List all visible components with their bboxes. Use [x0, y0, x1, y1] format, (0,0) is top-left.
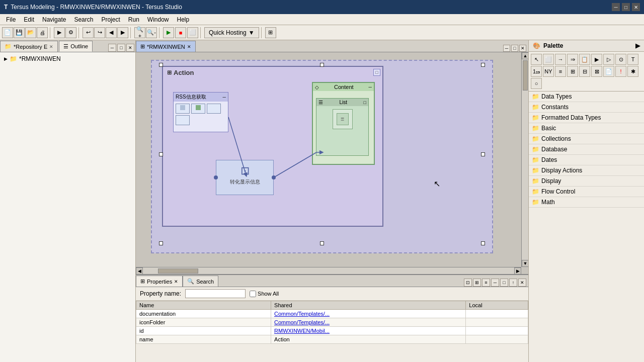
toolbar-zoomin-btn[interactable]: 🔍+ [134, 27, 145, 38]
editor-maximize-btn[interactable]: □ [511, 45, 518, 52]
canvas-scroll-container[interactable]: ⊞ Action □ RSS信息获取 ─ [136, 52, 528, 274]
bottom-panel-minimize[interactable]: ─ [491, 279, 499, 287]
tab-repository[interactable]: 📁 *Repository E ✕ [0, 41, 58, 52]
toolbar-undo-btn[interactable]: ↩ [83, 27, 94, 38]
maximize-button[interactable]: □ [622, 3, 630, 11]
tree-item-rmwxinwen[interactable]: ▶ 📁 *RMWXINWEN [2, 54, 133, 63]
palette-select-tool[interactable]: ↖ [531, 54, 542, 65]
editor-close-btn[interactable]: ✕ [519, 45, 526, 52]
bottom-tab-search[interactable]: 🔍 Search [183, 276, 218, 287]
palette-category-display[interactable]: 📁Display [529, 176, 644, 187]
bottom-tab-properties-close[interactable]: ✕ [174, 279, 178, 284]
list-block[interactable]: ☰ List □ ☰ [316, 98, 369, 156]
toolbar-print-btn[interactable]: 🖨 [37, 27, 48, 38]
menu-edit[interactable]: Edit [20, 15, 38, 24]
handle-tr[interactable] [481, 63, 485, 67]
action-block[interactable]: ⊞ Action □ RSS信息获取 ─ [162, 66, 383, 227]
palette-category-display-actions[interactable]: 📁Display Actions [529, 165, 644, 176]
rss-block[interactable]: RSS信息获取 ─ [173, 92, 228, 132]
palette-category-flow-control[interactable]: 📁Flow Control [529, 187, 644, 197]
diagram-canvas[interactable]: ⊞ Action □ RSS信息获取 ─ [151, 60, 493, 253]
titlebar-controls[interactable]: ─ □ ✕ [612, 3, 640, 11]
bottom-panel-restore[interactable]: □ [500, 279, 508, 287]
palette-num-tool[interactable]: 1₂₃ [531, 66, 542, 77]
palette-category-basic[interactable]: 📁Basic [529, 123, 644, 134]
handle-mr[interactable] [481, 152, 485, 156]
editor-minimize-btn[interactable]: ─ [503, 45, 510, 52]
hscroll-thumb[interactable] [158, 268, 198, 274]
palette-category-dates[interactable]: 📁Dates [529, 155, 644, 165]
vscroll-thumb[interactable] [523, 60, 528, 90]
minimize-button[interactable]: ─ [612, 3, 620, 11]
palette-grid-tool[interactable]: ⊠ [591, 66, 602, 77]
palette-category-math[interactable]: 📁Math [529, 197, 644, 208]
toolbar-redo-btn[interactable]: ↪ [94, 27, 105, 38]
palette-list-tool[interactable]: ≡ [555, 66, 566, 77]
palette-flow-tool[interactable]: ⇒ [567, 54, 578, 65]
property-name-input[interactable] [185, 289, 246, 298]
list-maximize[interactable]: □ [364, 100, 366, 105]
palette-text-tool[interactable]: T [627, 54, 638, 65]
prop-shared-cell[interactable]: RMWXINWEN/Mobil... [271, 327, 466, 335]
prop-shared-cell[interactable]: Common/Templates/... [271, 318, 466, 327]
toolbar-extra-btn[interactable]: ⊞ [265, 27, 276, 38]
show-all-checkbox[interactable] [250, 291, 256, 297]
menu-search[interactable]: Search [70, 15, 97, 24]
rss-minimize-icon[interactable]: ─ [223, 95, 226, 100]
close-button[interactable]: ✕ [632, 3, 640, 11]
palette-table-tool[interactable]: ⊞ [567, 66, 578, 77]
editor-tab-rmwxinwen[interactable]: ⊞ *RMWXINWEN ✕ [136, 41, 196, 52]
palette-category-formatted-data-types[interactable]: 📁Formatted Data Types [529, 113, 644, 123]
palette-category-collections[interactable]: 📁Collections [529, 134, 644, 144]
palette-run-tool[interactable]: ▶ [591, 54, 602, 65]
palette-note-tool[interactable]: 📋 [579, 54, 590, 65]
bottom-panel-maximize[interactable]: ↑ [509, 279, 517, 287]
handle-bc[interactable] [320, 241, 324, 245]
left-panel-minimize-btn[interactable]: ─ [108, 44, 116, 52]
toolbar-play-btn[interactable]: ▶ [163, 27, 174, 38]
toolbar-new-btn[interactable]: 📄 [2, 27, 13, 38]
bottom-panel-close[interactable]: ✕ [518, 279, 526, 287]
canvas-hscrollbar[interactable]: ◀ ▶ [136, 267, 521, 274]
toolbar-debug-btn[interactable]: ⬜ [187, 27, 198, 38]
toolbar-save-btn[interactable]: 💾 [14, 27, 25, 38]
left-panel-restore-btn[interactable]: □ [117, 44, 125, 52]
left-panel-close-btn[interactable]: ✕ [126, 44, 134, 52]
palette-arrow-tool[interactable]: → [555, 54, 566, 65]
vscroll-up-btn[interactable]: ▲ [522, 52, 528, 59]
vscroll-down-btn[interactable]: ▼ [522, 260, 528, 267]
content-minimize[interactable]: ─ [369, 84, 372, 89]
bottom-tab-properties[interactable]: ⊞ Properties ✕ [136, 276, 183, 287]
content-block[interactable]: ◇ Content ─ ☰ List □ [312, 82, 375, 165]
palette-date-tool[interactable]: NY [543, 66, 554, 77]
palette-rect-tool[interactable]: ⬜ [543, 54, 554, 65]
tab-repository-close[interactable]: ✕ [49, 44, 53, 49]
action-block-maximize[interactable]: □ [373, 69, 380, 76]
toolbar-stop-btn[interactable]: ■ [175, 27, 186, 38]
palette-error-tool[interactable]: ! [615, 66, 626, 77]
toolbar-forward-btn[interactable]: ▶ [117, 27, 128, 38]
bottom-panel-btn1[interactable]: ⊡ [464, 279, 472, 287]
menu-file[interactable]: File [2, 15, 20, 24]
palette-expand-btn[interactable]: ▶ [635, 42, 640, 49]
menu-project[interactable]: Project [97, 15, 124, 24]
menu-help[interactable]: Help [173, 15, 194, 24]
canvas-vscrollbar[interactable]: ▲ ▼ [521, 52, 528, 267]
toolbar-zoomout-btn[interactable]: 🔍- [146, 27, 157, 38]
quick-hosting-button[interactable]: Quick Hosting ▼ [204, 27, 259, 38]
menu-navigate[interactable]: Navigate [38, 15, 70, 24]
menu-window[interactable]: Window [143, 15, 173, 24]
palette-category-constants[interactable]: 📁Constants [529, 102, 644, 113]
transform-block[interactable]: ⊡ 转化显示信息 [216, 160, 274, 195]
toolbar-open-btn[interactable]: 📂 [25, 27, 36, 38]
hscroll-right-btn[interactable]: ▶ [514, 267, 521, 275]
palette-category-data-types[interactable]: 📁Data Types [529, 92, 644, 102]
hscroll-left-btn[interactable]: ◀ [136, 267, 143, 275]
palette-tree-tool[interactable]: ⊟ [579, 66, 590, 77]
palette-circle-tool[interactable]: ○ [531, 78, 542, 89]
handle-br[interactable] [481, 241, 485, 245]
palette-star-tool[interactable]: ✱ [627, 66, 638, 77]
toolbar-settings-btn[interactable]: ⚙ [65, 27, 76, 38]
bottom-panel-btn2[interactable]: ⊞ [473, 279, 481, 287]
handle-bl[interactable] [159, 241, 163, 245]
